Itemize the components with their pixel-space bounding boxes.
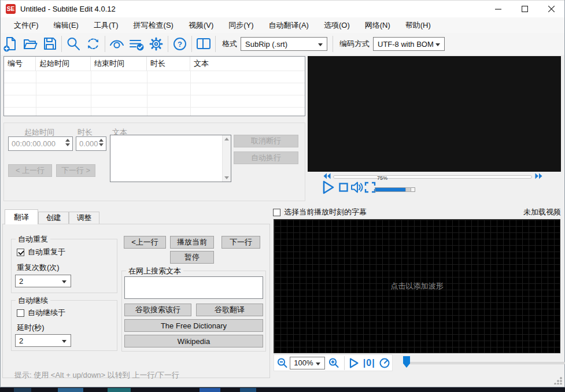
find-button[interactable] [64, 35, 83, 53]
app-logo-icon: SE [6, 4, 16, 14]
tab-translate[interactable]: 翻译 [5, 209, 38, 224]
column-header-duration[interactable]: 时长 [147, 57, 190, 71]
waveform-play-button[interactable] [347, 357, 360, 369]
seek-forward-button[interactable] [535, 173, 542, 179]
toolbar-separator [215, 36, 216, 52]
prev-line-button[interactable]: <上一行 [124, 236, 166, 249]
waveform-zoom-select[interactable]: 100% [290, 357, 325, 369]
title-bar: SE Untitled - Subtitle Edit 4.0.12 [1, 0, 564, 17]
scroll-down-icon[interactable] [224, 176, 229, 179]
new-file-button[interactable] [1, 35, 20, 53]
open-file-button[interactable] [20, 35, 40, 53]
waveform-display[interactable]: 点击以添加波形 [274, 219, 560, 353]
format-label: 格式 [222, 39, 237, 49]
free-dictionary-button[interactable]: The Free Dictionary [124, 319, 263, 332]
playback-speed-button[interactable] [378, 357, 392, 369]
mute-button[interactable] [350, 180, 363, 194]
subtitle-list-view[interactable]: 编号 起始时间 结束时间 时长 文本 [3, 56, 305, 116]
spinner-arrows-icon[interactable] [99, 139, 104, 146]
spinner-arrows-icon[interactable] [65, 139, 70, 146]
textarea-scrollbar[interactable] [222, 135, 231, 182]
list-rows-area[interactable] [4, 71, 305, 116]
repeat-count-select[interactable]: 2 [15, 275, 71, 287]
next-line-button[interactable]: 下一行 > [56, 164, 95, 177]
tab-create[interactable]: 创建 [38, 212, 69, 224]
toolbar-separator [333, 36, 333, 52]
menu-tools[interactable]: 工具(T) [86, 18, 126, 33]
tab-adjust[interactable]: 调整 [69, 212, 99, 224]
auto-repeat-checkbox[interactable] [17, 249, 24, 256]
delay-value: 2 [19, 336, 23, 345]
previous-line-button[interactable]: < 上一行 [8, 164, 52, 177]
menu-help[interactable]: 帮助(H) [398, 18, 438, 33]
volume-slider[interactable] [375, 187, 415, 192]
subtitle-text-area[interactable] [110, 135, 231, 182]
waveform-zoom-value: 100% [294, 358, 313, 367]
toolbar-separator [191, 36, 192, 52]
close-button[interactable] [538, 1, 564, 17]
zoom-in-button[interactable] [325, 357, 342, 369]
auto-continue-checkbox[interactable] [17, 309, 24, 317]
auto-continue-group-label: 自动继续 [16, 295, 50, 306]
menu-file[interactable]: 文件(F) [6, 18, 46, 33]
seek-back-button[interactable] [323, 173, 331, 179]
web-search-input[interactable] [124, 276, 263, 299]
start-time-spinner[interactable]: 00:00:00.000 [8, 136, 73, 151]
waveform-position-slider[interactable] [405, 362, 565, 364]
settings-button[interactable] [146, 35, 166, 53]
maximize-button[interactable] [511, 1, 538, 17]
video-seek-bar[interactable] [333, 175, 532, 179]
format-combobox[interactable]: SubRip (.srt) [241, 37, 327, 51]
google-search-line-button[interactable]: 谷歌搜索该行 [124, 304, 191, 316]
open-folder-icon [22, 36, 38, 52]
wikipedia-button[interactable]: Wikipedia [124, 335, 263, 347]
web-search-group-label: 在网上搜索文本 [126, 266, 183, 276]
menu-spellcheck[interactable]: 拼写检查(S) [126, 18, 181, 33]
encoding-value: UTF-8 with BOM [378, 40, 434, 49]
play-from-start-button[interactable]: |0| [361, 358, 378, 368]
encoding-combobox[interactable]: UTF-8 with BOM [373, 37, 445, 51]
menu-network[interactable]: 网络(N) [357, 18, 398, 33]
auto-break-button[interactable]: 自动换行 [234, 151, 298, 164]
play-current-button[interactable]: 播放当前 [170, 236, 214, 249]
next-line-button[interactable]: 下一行 [221, 236, 260, 249]
zoom-out-button[interactable] [274, 357, 290, 369]
column-header-number[interactable]: 编号 [4, 57, 36, 71]
select-current-subtitle-checkbox[interactable] [273, 209, 280, 216]
minimize-button[interactable] [485, 1, 511, 17]
volume-percent-label: 75% [377, 175, 387, 181]
google-translate-button[interactable]: 谷歌翻译 [196, 304, 263, 316]
layout-button[interactable] [194, 35, 213, 53]
auto-repeat-group: 自动重复 自动重复于 重复次数(次) 2 [11, 239, 117, 293]
help-button[interactable]: ? [170, 35, 190, 53]
duration-spinner[interactable]: 0.000 [76, 136, 106, 151]
scroll-up-icon[interactable] [224, 138, 229, 140]
menu-edit[interactable]: 编辑(E) [46, 18, 86, 33]
resize-grip[interactable] [554, 376, 562, 384]
menu-options[interactable]: 选项(O) [316, 18, 357, 33]
pause-button[interactable]: 暂停 [170, 251, 214, 264]
visual-sync-button[interactable] [107, 35, 127, 53]
save-button[interactable] [40, 35, 60, 53]
zoom-in-icon [328, 357, 339, 369]
stop-button[interactable] [339, 183, 348, 192]
toolbar-separator [61, 36, 62, 52]
unbreak-button[interactable]: 取消断行 [234, 135, 298, 147]
fullscreen-button[interactable] [364, 182, 376, 193]
video-controls: 75% [308, 172, 561, 200]
menu-auto-translate[interactable]: 自动翻译(A) [261, 18, 316, 33]
delay-select[interactable]: 2 [15, 334, 71, 347]
column-header-end-time[interactable]: 结束时间 [91, 57, 147, 71]
play-button[interactable] [322, 180, 335, 195]
maximize-icon [522, 6, 528, 12]
menu-sync[interactable]: 同步(Y) [221, 18, 261, 33]
waveform-slider-thumb[interactable] [403, 356, 410, 368]
volume-slider-thumb[interactable] [405, 187, 411, 192]
duration-value: 0.000 [79, 139, 98, 148]
column-header-text[interactable]: 文本 [190, 57, 305, 71]
column-header-start-time[interactable]: 起始时间 [36, 57, 91, 71]
web-search-group: 在网上搜索文本 谷歌搜索该行 谷歌翻译 The Free Dictionary … [121, 271, 266, 352]
replace-button[interactable] [83, 35, 103, 53]
spell-check-button[interactable] [127, 35, 146, 53]
menu-video[interactable]: 视频(V) [181, 18, 221, 33]
